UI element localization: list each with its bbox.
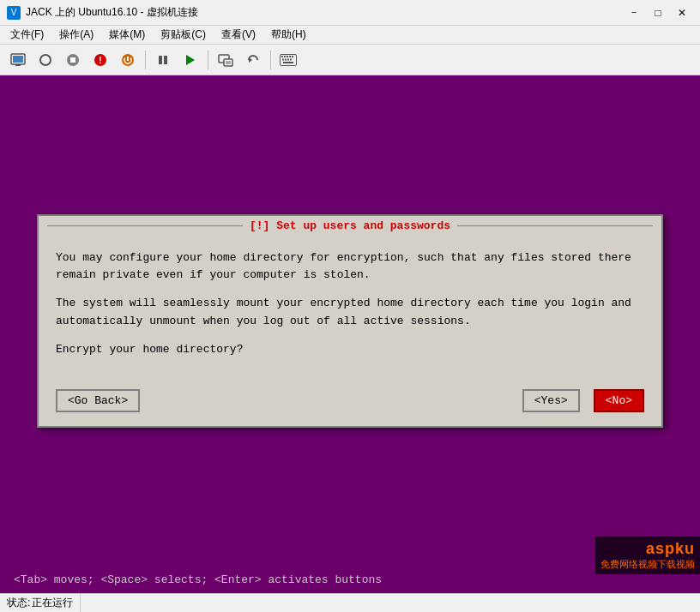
menu-help[interactable]: 帮助(H) bbox=[264, 26, 313, 44]
svg-rect-21 bbox=[292, 56, 293, 57]
go-back-button[interactable]: <Go Back> bbox=[56, 389, 140, 412]
dialog-title-text: [!] Set up users and passwords bbox=[243, 219, 457, 232]
dialog-paragraph-1: You may configure your home directory fo… bbox=[56, 249, 644, 285]
status-value: 正在运行 bbox=[32, 596, 73, 610]
vm-content-area: [!] Set up users and passwords You may c… bbox=[0, 75, 700, 593]
svg-marker-11 bbox=[186, 55, 195, 65]
toolbar-separator-3 bbox=[270, 51, 271, 69]
reset-icon: ! bbox=[94, 53, 107, 67]
app-icon: V bbox=[7, 6, 21, 20]
undo-button[interactable] bbox=[240, 48, 266, 72]
toolbar-separator-1 bbox=[145, 51, 146, 69]
installer-dialog: [!] Set up users and passwords You may c… bbox=[37, 214, 663, 429]
svg-rect-18 bbox=[284, 56, 286, 57]
svg-rect-14 bbox=[226, 61, 231, 64]
screenshot-button[interactable] bbox=[213, 48, 238, 72]
menu-bar: 文件(F) 操作(A) 媒体(M) 剪贴板(C) 查看(V) 帮助(H) bbox=[0, 26, 700, 45]
window-title: JACK 上的 Ubuntu16.10 - 虚拟机连接 bbox=[26, 5, 198, 20]
play-icon bbox=[184, 53, 197, 67]
yes-button[interactable]: <Yes> bbox=[522, 389, 580, 412]
vm-icon bbox=[10, 52, 26, 68]
status-label: 状态: bbox=[7, 596, 30, 610]
menu-view[interactable]: 查看(V) bbox=[214, 26, 262, 44]
keyboard-hint: <Tab> moves; <Space> selects; <Enter> ac… bbox=[14, 573, 686, 586]
minimize-button[interactable]: － bbox=[623, 4, 645, 21]
svg-rect-17 bbox=[281, 56, 283, 57]
pause-button[interactable] bbox=[150, 48, 176, 72]
menu-file[interactable]: 文件(F) bbox=[3, 26, 51, 44]
svg-rect-1 bbox=[13, 56, 23, 63]
vm-button[interactable] bbox=[5, 48, 31, 72]
menu-action[interactable]: 操作(A) bbox=[52, 26, 100, 44]
dialog-content: You may configure your home directory fo… bbox=[39, 236, 661, 383]
svg-rect-10 bbox=[164, 56, 167, 64]
keyboard-button[interactable] bbox=[275, 48, 301, 72]
svg-rect-19 bbox=[287, 56, 288, 57]
undo-icon bbox=[246, 53, 260, 67]
circle-icon bbox=[39, 53, 52, 67]
close-button[interactable]: ✕ bbox=[671, 4, 693, 21]
svg-marker-15 bbox=[249, 57, 252, 63]
dialog-wrapper: [!] Set up users and passwords You may c… bbox=[0, 75, 700, 567]
watermark: aspku 免费网络视频下载视频 bbox=[595, 537, 700, 574]
pause-icon bbox=[156, 53, 170, 67]
power-icon bbox=[121, 53, 135, 67]
stop-icon bbox=[66, 53, 80, 67]
window-frame: V JACK 上的 Ubuntu16.10 - 虚拟机连接 － □ ✕ 文件(F… bbox=[0, 0, 700, 612]
no-button[interactable]: <No> bbox=[594, 389, 644, 412]
svg-point-3 bbox=[40, 55, 51, 65]
keyboard-icon bbox=[280, 54, 297, 66]
circle-button[interactable] bbox=[33, 48, 58, 72]
title-bar-left: V JACK 上的 Ubuntu16.10 - 虚拟机连接 bbox=[7, 5, 198, 20]
title-bar-controls: － □ ✕ bbox=[623, 4, 693, 21]
svg-rect-23 bbox=[285, 58, 287, 60]
screenshot-icon bbox=[218, 52, 233, 68]
title-bar: V JACK 上的 Ubuntu16.10 - 虚拟机连接 － □ ✕ bbox=[0, 0, 700, 26]
svg-rect-26 bbox=[283, 62, 293, 63]
dialog-buttons: <Go Back> <Yes> <No> bbox=[39, 382, 661, 426]
svg-rect-24 bbox=[287, 58, 289, 60]
dialog-question: Encrypt your home directory? bbox=[56, 341, 644, 359]
svg-rect-5 bbox=[70, 57, 75, 63]
power-button[interactable] bbox=[115, 48, 141, 72]
svg-rect-9 bbox=[159, 56, 162, 64]
watermark-text-sub: 免费网络视频下载视频 bbox=[600, 558, 695, 571]
right-buttons: <Yes> <No> bbox=[522, 389, 644, 412]
svg-rect-25 bbox=[290, 58, 292, 60]
dialog-paragraph-2: The system will seamlessly mount your en… bbox=[56, 295, 644, 331]
svg-text:!: ! bbox=[99, 56, 101, 65]
watermark-text-main: aspku bbox=[646, 540, 695, 558]
menu-clipboard[interactable]: 剪贴板(C) bbox=[154, 26, 213, 44]
stop-button[interactable] bbox=[60, 48, 86, 72]
dialog-title-bar: [!] Set up users and passwords bbox=[39, 216, 661, 236]
toolbar-separator-2 bbox=[208, 51, 208, 69]
svg-rect-2 bbox=[15, 64, 21, 66]
menu-media[interactable]: 媒体(M) bbox=[102, 26, 152, 44]
status-bar: 状态: 正在运行 bbox=[0, 593, 700, 612]
svg-rect-22 bbox=[282, 58, 284, 60]
toolbar: ! bbox=[0, 45, 700, 75]
watermark-domain: 免费网络视频下载视频 bbox=[600, 559, 695, 569]
maximize-button[interactable]: □ bbox=[647, 4, 669, 21]
status-item: 状态: 正在运行 bbox=[0, 594, 81, 612]
svg-rect-20 bbox=[289, 56, 291, 57]
play-button[interactable] bbox=[178, 48, 203, 72]
reset-button[interactable]: ! bbox=[88, 48, 113, 72]
